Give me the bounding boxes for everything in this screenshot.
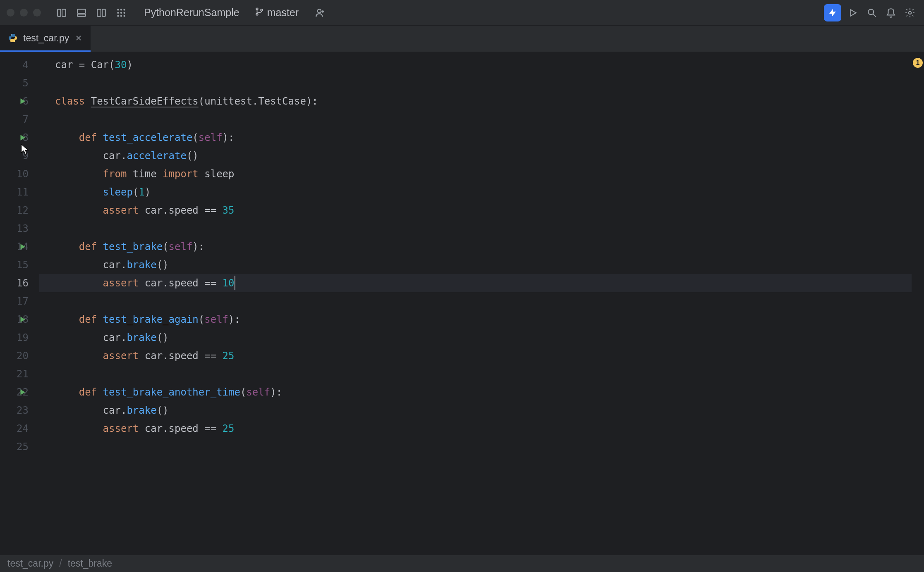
gutter-row[interactable]: 16	[0, 274, 39, 292]
warnings-badge[interactable]: 1	[913, 58, 923, 68]
line-number: 11	[17, 186, 29, 198]
code-line: class TestCarSideEffects(unittest.TestCa…	[39, 92, 912, 110]
branch-name: master	[267, 7, 299, 19]
svg-point-9	[117, 12, 119, 13]
line-number: 9	[23, 150, 29, 162]
code-line	[39, 110, 912, 129]
code-line: car.brake()	[39, 401, 912, 419]
breadcrumb-symbol[interactable]: test_brake	[68, 558, 112, 569]
gutter-row[interactable]: 22	[0, 383, 39, 401]
code-line	[39, 365, 912, 383]
code-line	[39, 438, 912, 456]
editor[interactable]: 4 5 6 7 8 9 10 11 12 13 14 15 16 17 18 1…	[0, 52, 924, 555]
add-user-icon[interactable]	[313, 5, 328, 20]
run-test-icon[interactable]	[17, 96, 27, 106]
gutter-row[interactable]: 8	[0, 129, 39, 147]
breadcrumb-separator: /	[59, 558, 62, 569]
line-number: 4	[23, 59, 29, 71]
svg-point-19	[868, 9, 874, 14]
code-content[interactable]: car = Car(30) class TestCarSideEffects(u…	[39, 52, 912, 555]
gutter-row[interactable]: 12	[0, 201, 39, 219]
svg-rect-5	[102, 9, 105, 16]
svg-point-14	[123, 15, 125, 17]
project-tool-window-icon[interactable]	[54, 5, 69, 20]
line-number: 13	[17, 223, 29, 234]
ai-assistant-button[interactable]	[824, 4, 841, 21]
line-number: 5	[23, 77, 29, 89]
run-test-icon[interactable]	[17, 315, 27, 324]
line-number: 24	[17, 423, 29, 434]
gutter-row[interactable]: 23	[0, 401, 39, 419]
line-number: 19	[17, 332, 29, 343]
window-close-button[interactable]	[7, 9, 14, 17]
branch-icon	[255, 7, 264, 19]
run-test-icon[interactable]	[17, 242, 27, 252]
gutter-row[interactable]: 19	[0, 329, 39, 347]
breadcrumb-bar: test_car.py / test_brake	[0, 555, 924, 572]
svg-point-21	[11, 35, 12, 36]
gutter-row[interactable]: 13	[0, 219, 39, 238]
project-name[interactable]: PythonRerunSample	[144, 7, 239, 19]
apps-grid-icon[interactable]	[114, 5, 129, 20]
bottom-tool-window-icon[interactable]	[74, 5, 89, 20]
gutter-row[interactable]: 18	[0, 310, 39, 329]
gutter-row[interactable]: 9	[0, 147, 39, 165]
right-tool-window-icon[interactable]	[94, 5, 109, 20]
code-line: def test_brake(self):	[39, 238, 912, 256]
svg-point-6	[117, 9, 119, 10]
gutter-row[interactable]: 10	[0, 165, 39, 183]
line-number: 7	[23, 114, 29, 125]
code-line: assert car.speed == 25	[39, 419, 912, 438]
notifications-icon[interactable]	[883, 5, 898, 20]
search-icon[interactable]	[864, 5, 879, 20]
svg-point-11	[123, 12, 125, 13]
code-line: def test_brake_another_time(self):	[39, 383, 912, 401]
toolbar-right	[824, 4, 917, 21]
gutter-row[interactable]: 11	[0, 183, 39, 201]
tab-file-name: test_car.py	[23, 33, 69, 44]
svg-rect-2	[77, 9, 86, 13]
line-number: 12	[17, 205, 29, 216]
gutter-row[interactable]: 24	[0, 419, 39, 438]
vcs-branch-button[interactable]: master	[255, 7, 299, 19]
traffic-lights	[7, 9, 41, 17]
svg-rect-4	[97, 9, 101, 16]
gutter-row[interactable]: 21	[0, 365, 39, 383]
gutter-row[interactable]: 6	[0, 92, 39, 110]
editor-tab-test-car[interactable]: test_car.py	[0, 26, 91, 52]
editor-gutter: 4 5 6 7 8 9 10 11 12 13 14 15 16 17 18 1…	[0, 52, 39, 555]
gutter-row[interactable]: 20	[0, 347, 39, 365]
svg-point-17	[261, 9, 263, 11]
settings-icon[interactable]	[902, 5, 917, 20]
text-caret	[235, 276, 235, 290]
code-line	[39, 292, 912, 310]
code-line: car = Car(30)	[39, 56, 912, 74]
run-test-icon[interactable]	[17, 387, 27, 397]
window-maximize-button[interactable]	[33, 9, 41, 17]
svg-point-20	[909, 11, 912, 14]
run-test-icon[interactable]	[17, 133, 27, 143]
line-number: 25	[17, 441, 29, 453]
code-line: from time import sleep	[39, 165, 912, 183]
gutter-row[interactable]: 17	[0, 292, 39, 310]
top-toolbar: PythonRerunSample master	[0, 0, 924, 26]
window-minimize-button[interactable]	[20, 9, 28, 17]
svg-point-7	[120, 9, 122, 10]
code-line: def test_brake_again(self):	[39, 310, 912, 329]
gutter-row[interactable]: 14	[0, 238, 39, 256]
svg-rect-1	[62, 9, 66, 16]
breadcrumb-file[interactable]: test_car.py	[7, 558, 53, 569]
run-button-icon[interactable]	[845, 5, 860, 20]
gutter-row[interactable]: 5	[0, 74, 39, 92]
gutter-row[interactable]: 7	[0, 110, 39, 129]
gutter-row[interactable]: 25	[0, 438, 39, 456]
code-line	[39, 219, 912, 238]
line-number: 15	[17, 259, 29, 271]
svg-point-22	[14, 41, 14, 42]
svg-point-13	[120, 15, 122, 17]
svg-point-16	[256, 13, 258, 15]
tab-close-icon[interactable]	[74, 33, 83, 43]
gutter-row[interactable]: 4	[0, 56, 39, 74]
gutter-row[interactable]: 15	[0, 256, 39, 274]
svg-rect-3	[77, 14, 86, 16]
